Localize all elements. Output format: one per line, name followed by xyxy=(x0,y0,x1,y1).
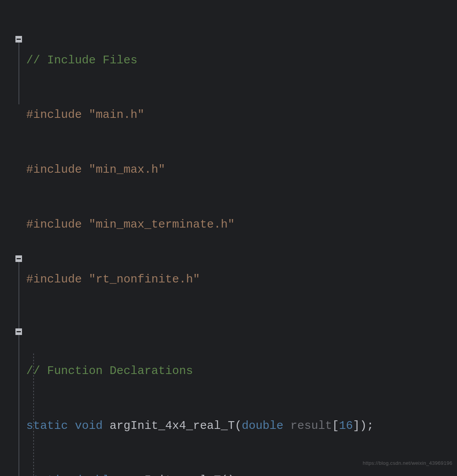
string: "rt_nonfinite.h" xyxy=(89,273,200,286)
preprocessor: #include xyxy=(26,163,89,176)
fold-guide-line xyxy=(19,42,19,104)
number: 16 xyxy=(339,419,353,432)
keyword: void xyxy=(75,419,103,432)
function-name: argInit_real_T xyxy=(124,474,221,476)
keyword: double xyxy=(75,474,117,476)
fold-toggle-icon[interactable] xyxy=(15,328,22,335)
string: "min_max_terminate.h" xyxy=(89,218,235,231)
fold-guide-line xyxy=(19,335,19,476)
gutter xyxy=(0,0,26,476)
preprocessor: #include xyxy=(26,218,89,231)
parameter: result xyxy=(290,419,332,432)
comment: // Include Files xyxy=(26,54,137,67)
keyword: static xyxy=(26,419,68,432)
fold-guide-line xyxy=(19,262,19,330)
preprocessor: #include xyxy=(26,273,89,286)
preprocessor: #include xyxy=(26,108,89,121)
string: "min_max.h" xyxy=(89,163,165,176)
comment: // Function Declarations xyxy=(26,364,193,377)
code-area[interactable]: // Include Files #include "main.h" #incl… xyxy=(26,15,381,476)
function-name: argInit_4x4_real_T xyxy=(110,419,235,432)
string: "main.h" xyxy=(89,108,144,121)
fold-toggle-icon[interactable] xyxy=(15,255,22,262)
fold-toggle-icon[interactable] xyxy=(15,36,22,42)
code-editor: // Include Files #include "main.h" #incl… xyxy=(0,0,457,476)
watermark: https://blog.csdn.net/weixin_43969196 xyxy=(363,454,452,472)
keyword: static xyxy=(26,474,68,476)
keyword: double xyxy=(242,419,283,432)
